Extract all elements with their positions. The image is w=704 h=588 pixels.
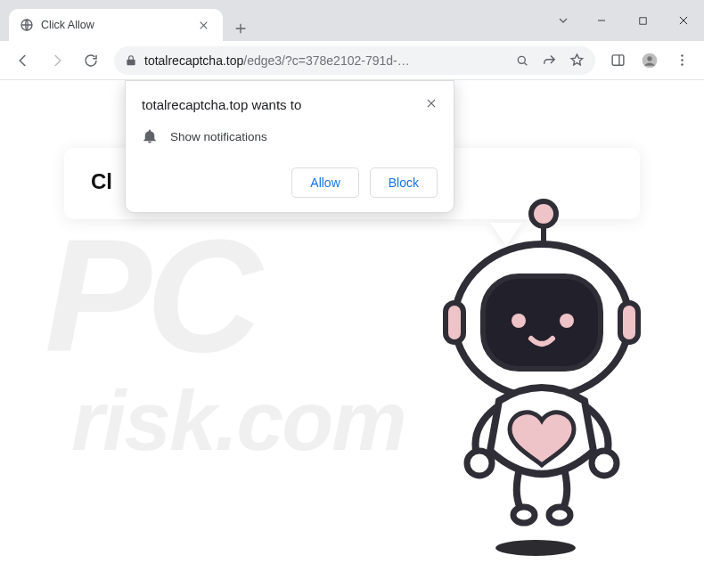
search-icon[interactable] bbox=[515, 53, 529, 68]
svg-point-6 bbox=[681, 54, 684, 57]
menu-button[interactable] bbox=[667, 45, 697, 76]
bell-icon bbox=[142, 128, 158, 144]
browser-tab[interactable]: Click Allow bbox=[9, 9, 223, 41]
watermark-line2: risk.com bbox=[71, 387, 405, 454]
svg-point-15 bbox=[512, 314, 526, 328]
maximize-button[interactable] bbox=[622, 5, 663, 36]
svg-point-8 bbox=[681, 63, 684, 66]
watermark-line1: PC bbox=[45, 206, 257, 385]
svg-rect-12 bbox=[446, 303, 463, 342]
back-button[interactable] bbox=[7, 45, 39, 77]
svg-rect-1 bbox=[639, 17, 645, 23]
reload-button[interactable] bbox=[75, 45, 107, 77]
url-host: totalrecaptcha.top bbox=[144, 53, 243, 68]
lock-icon bbox=[125, 54, 137, 67]
svg-rect-14 bbox=[483, 276, 601, 369]
side-panel-button[interactable] bbox=[602, 45, 633, 76]
svg-point-9 bbox=[531, 201, 556, 226]
dialog-row-text: Show notifications bbox=[170, 130, 267, 143]
allow-button[interactable]: Allow bbox=[291, 167, 358, 198]
svg-point-20 bbox=[549, 507, 570, 523]
svg-point-17 bbox=[467, 451, 492, 476]
notification-permission-dialog: totalrecaptcha.top wants to Show notific… bbox=[125, 80, 454, 213]
watermark: PC risk.com bbox=[45, 232, 405, 454]
tab-search-button[interactable] bbox=[545, 5, 581, 36]
dialog-close-button[interactable] bbox=[422, 94, 441, 113]
robot-illustration bbox=[410, 187, 668, 561]
profile-button[interactable] bbox=[634, 45, 665, 76]
page-content: PC risk.com Cl bbox=[0, 80, 704, 588]
svg-point-16 bbox=[560, 314, 574, 328]
new-tab-button[interactable] bbox=[228, 16, 253, 41]
speech-bubble-tail bbox=[490, 223, 522, 246]
window-controls bbox=[545, 0, 704, 41]
minimize-button[interactable] bbox=[581, 5, 622, 36]
robot-shadow bbox=[495, 540, 576, 556]
svg-rect-13 bbox=[620, 303, 638, 342]
block-button[interactable]: Block bbox=[370, 167, 438, 198]
svg-point-2 bbox=[518, 56, 525, 63]
tab-close-button[interactable] bbox=[196, 18, 210, 32]
globe-icon bbox=[20, 18, 34, 32]
share-icon[interactable] bbox=[542, 53, 557, 68]
url-text: totalrecaptcha.top/edge3/?c=378e2102-791… bbox=[144, 53, 410, 68]
svg-rect-3 bbox=[612, 55, 624, 65]
titlebar: Click Allow bbox=[0, 0, 704, 41]
star-icon[interactable] bbox=[569, 53, 585, 68]
tab-title: Click Allow bbox=[41, 19, 189, 31]
svg-point-19 bbox=[513, 507, 535, 523]
dialog-title: totalrecaptcha.top wants to bbox=[142, 97, 438, 112]
svg-point-7 bbox=[681, 59, 684, 61]
toolbar: totalrecaptcha.top/edge3/?c=378e2102-791… bbox=[0, 41, 704, 80]
address-bar[interactable]: totalrecaptcha.top/edge3/?c=378e2102-791… bbox=[114, 46, 595, 75]
robot-svg bbox=[410, 187, 668, 561]
svg-point-18 bbox=[592, 451, 617, 476]
forward-button[interactable] bbox=[41, 45, 73, 77]
url-path: /edge3/?c=378e2102-791d-… bbox=[243, 53, 409, 68]
svg-point-5 bbox=[647, 56, 651, 61]
window-close-button[interactable] bbox=[663, 5, 704, 36]
